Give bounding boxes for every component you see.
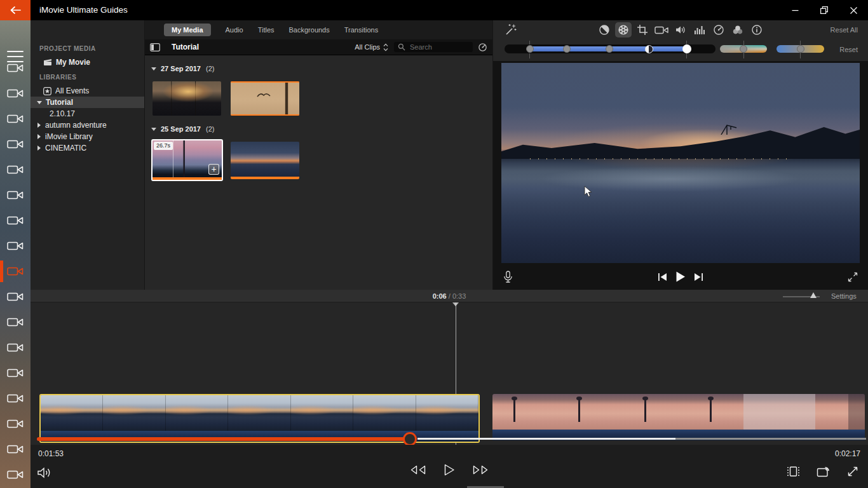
back-button[interactable] xyxy=(0,0,31,20)
color-balance-button[interactable] xyxy=(596,22,613,37)
sidebar-item-tutorial[interactable]: Tutorial xyxy=(31,97,144,108)
camera-icon[interactable] xyxy=(0,437,31,462)
player-progress-buffered[interactable] xyxy=(417,438,675,440)
clip-filter-button[interactable] xyxy=(478,43,487,52)
enhance-button[interactable] xyxy=(505,24,517,36)
sidebar-item-all-events[interactable]: All Events xyxy=(31,85,144,97)
clip-thumbnail-blue-sunset[interactable] xyxy=(231,142,299,179)
camera-icon[interactable] xyxy=(0,106,31,132)
camera-icon[interactable] xyxy=(0,233,31,259)
clip-group-header[interactable]: 27 Sep 2017 (2) xyxy=(151,65,214,72)
play-icon xyxy=(444,464,455,476)
volume-button[interactable] xyxy=(37,466,53,480)
saturation-slider[interactable] xyxy=(720,45,767,53)
player-progress-elapsed[interactable] xyxy=(37,437,410,441)
sidebar-item-imovie-library[interactable]: iMovie Library xyxy=(31,131,144,142)
camera-icon[interactable] xyxy=(0,284,31,309)
minimize-button[interactable] xyxy=(780,0,810,20)
expand-button[interactable] xyxy=(848,272,858,282)
chevron-right-icon[interactable] xyxy=(37,123,41,128)
clip-group-header[interactable]: 25 Sep 2017 (2) xyxy=(151,125,214,133)
tab-audio[interactable]: Audio xyxy=(226,26,243,34)
skip-back-button[interactable] xyxy=(658,273,668,281)
voiceover-button[interactable] xyxy=(503,271,513,284)
color-correction-button[interactable] xyxy=(615,22,632,37)
timeline-clip[interactable] xyxy=(492,394,865,443)
stabilization-button[interactable] xyxy=(653,22,670,37)
clip-thumbnail-selected[interactable]: 26.7s + xyxy=(151,139,223,181)
chevron-down-icon[interactable] xyxy=(37,101,42,104)
camera-icon[interactable] xyxy=(0,55,31,81)
sidebar-item-cinematic[interactable]: CINEMATIC xyxy=(31,142,144,154)
project-media-header: PROJECT MEDIA xyxy=(31,44,144,53)
clip-volume-button[interactable] xyxy=(672,22,689,37)
camera-icon[interactable] xyxy=(0,360,31,386)
low-mid-handle[interactable] xyxy=(563,45,571,53)
reset-button[interactable]: Reset xyxy=(839,46,858,53)
timeline[interactable] xyxy=(31,302,868,445)
mid-handle[interactable] xyxy=(606,45,613,53)
camera-icon[interactable] xyxy=(0,386,31,411)
skip-forward-button[interactable] xyxy=(694,273,704,281)
sidebar-item-my-movie[interactable]: My Movie xyxy=(31,57,144,68)
player-progress-remaining[interactable] xyxy=(675,438,866,440)
sidebar-toggle-button[interactable] xyxy=(150,43,160,51)
tab-titles[interactable]: Titles xyxy=(258,26,275,34)
fast-forward-button[interactable] xyxy=(472,464,491,475)
crop-button[interactable] xyxy=(634,22,651,37)
tab-transitions[interactable]: Transitions xyxy=(344,26,378,34)
fullscreen-button[interactable] xyxy=(846,465,859,478)
bird-post-silhouette xyxy=(578,400,580,422)
clip-zoom-handle[interactable] xyxy=(810,292,817,298)
temperature-slider[interactable] xyxy=(776,45,824,53)
shadows-handle[interactable] xyxy=(526,45,534,53)
camera-icon[interactable] xyxy=(0,81,31,106)
add-to-timeline-button[interactable]: + xyxy=(208,164,219,175)
play-button[interactable] xyxy=(676,271,686,282)
color-balance-icon xyxy=(599,24,610,36)
player-progress-handle[interactable] xyxy=(403,432,417,446)
restore-button[interactable] xyxy=(810,0,839,20)
camera-icon[interactable] xyxy=(0,208,31,233)
tab-my-media[interactable]: My Media xyxy=(164,24,211,36)
contrast-handle[interactable] xyxy=(645,45,653,53)
play-button[interactable] xyxy=(444,464,455,476)
camera-icon[interactable] xyxy=(0,411,31,437)
sidebar-item-tutorial-event[interactable]: 2.10.17 xyxy=(31,108,144,119)
clip-thumbnail-mountain-sunset[interactable] xyxy=(153,81,221,116)
clip-info-button[interactable] xyxy=(749,22,765,37)
camera-icon[interactable] xyxy=(0,462,31,487)
reset-all-button[interactable]: Reset All xyxy=(831,26,858,34)
up-down-chevrons-icon xyxy=(383,43,389,51)
camera-icon[interactable] xyxy=(0,182,31,208)
chevron-right-icon[interactable] xyxy=(37,134,41,139)
chevron-right-icon[interactable] xyxy=(37,146,41,151)
multi-level-slider[interactable] xyxy=(505,44,715,53)
camera-icon[interactable] xyxy=(0,335,31,360)
video-preview[interactable] xyxy=(501,63,860,263)
search-box[interactable] xyxy=(394,42,473,52)
cast-button[interactable] xyxy=(817,466,830,478)
temperature-handle[interactable] xyxy=(797,45,804,53)
speed-button[interactable] xyxy=(710,22,727,37)
sidebar-item-label: 2.10.17 xyxy=(50,109,75,118)
camera-icon[interactable] xyxy=(0,259,31,284)
miniplayer-button[interactable] xyxy=(787,465,800,478)
highlights-handle[interactable] xyxy=(682,44,691,53)
camera-icon[interactable] xyxy=(0,132,31,157)
diagonal-arrows-icon xyxy=(848,272,858,282)
tab-backgrounds[interactable]: Backgrounds xyxy=(289,26,330,34)
clip-thumbnail-bird-sky[interactable] xyxy=(231,81,299,116)
noise-reduction-button[interactable] xyxy=(691,22,708,37)
camera-icon[interactable] xyxy=(0,309,31,335)
timeline-settings-button[interactable]: Settings xyxy=(831,290,857,302)
rewind-button[interactable] xyxy=(407,464,426,475)
all-clips-filter[interactable]: All Clips xyxy=(355,43,389,51)
search-input[interactable] xyxy=(409,43,469,51)
close-button[interactable] xyxy=(839,0,868,20)
effects-button[interactable] xyxy=(729,22,746,37)
magic-wand-icon xyxy=(505,24,517,36)
sidebar-item-autumn-adventure[interactable]: autumn adventure xyxy=(31,119,144,131)
saturation-handle[interactable] xyxy=(740,45,747,53)
camera-icon[interactable] xyxy=(0,157,31,182)
